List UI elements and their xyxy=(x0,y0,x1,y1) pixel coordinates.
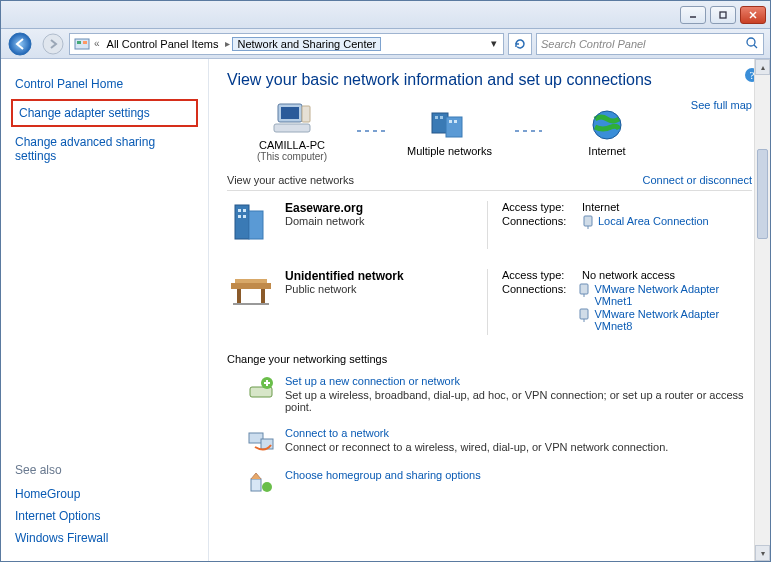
setting-homegroup-sharing: Choose homegroup and sharing options xyxy=(227,463,752,505)
svg-point-4 xyxy=(9,33,31,55)
nic-icon xyxy=(578,308,590,322)
sidebar-change-adapter-settings[interactable]: Change adapter settings xyxy=(11,99,198,127)
setting-desc: Connect or reconnect to a wireless, wire… xyxy=(285,441,668,453)
topology-line xyxy=(515,130,543,132)
network-row-easeware: Easeware.org Domain network Access type:… xyxy=(227,191,752,259)
maximize-button[interactable] xyxy=(710,6,736,24)
svg-rect-30 xyxy=(243,215,246,218)
breadcrumb-dropdown[interactable]: ▾ xyxy=(487,37,501,50)
sidebar-homegroup[interactable]: HomeGroup xyxy=(15,483,194,505)
breadcrumb-chevron[interactable]: « xyxy=(92,38,102,49)
svg-rect-33 xyxy=(231,283,271,289)
svg-rect-46 xyxy=(251,479,261,491)
setting-setup-connection-link[interactable]: Set up a new connection or network xyxy=(285,375,752,387)
vertical-scrollbar[interactable]: ▴ ▾ xyxy=(754,59,770,561)
svg-rect-38 xyxy=(580,284,588,294)
see-full-map-link[interactable]: See full map xyxy=(691,99,752,111)
svg-rect-16 xyxy=(302,106,310,122)
svg-point-5 xyxy=(43,34,63,54)
sidebar-control-panel-home[interactable]: Control Panel Home xyxy=(1,71,208,97)
svg-line-10 xyxy=(754,45,757,48)
search-icon xyxy=(745,36,759,52)
connection-link-vmnet1[interactable]: VMware Network Adapter VMnet1 xyxy=(594,283,752,307)
svg-rect-29 xyxy=(238,215,241,218)
svg-rect-31 xyxy=(584,216,592,226)
domain-network-icon xyxy=(227,201,275,249)
connect-disconnect-link[interactable]: Connect or disconnect xyxy=(643,174,752,186)
close-button[interactable] xyxy=(740,6,766,24)
setting-connect-network: Connect to a network Connect or reconnec… xyxy=(227,421,752,463)
breadcrumb-all-items[interactable]: All Control Panel Items xyxy=(102,37,224,51)
active-networks-heading: View your active networks xyxy=(227,174,354,186)
scroll-up-button[interactable]: ▴ xyxy=(755,59,770,75)
topo-pc-sublabel: (This computer) xyxy=(227,151,357,162)
topo-internet-label: Internet xyxy=(542,145,672,157)
public-network-icon xyxy=(227,269,275,317)
breadcrumb-network-sharing[interactable]: Network and Sharing Center xyxy=(232,37,381,51)
access-type-label: Access type: xyxy=(502,269,582,281)
svg-rect-26 xyxy=(249,211,263,239)
address-bar: « All Control Panel Items ▸ Network and … xyxy=(1,29,770,59)
svg-rect-7 xyxy=(77,41,81,44)
connections-label: Connections: xyxy=(502,215,582,230)
network-name: Easeware.org xyxy=(285,201,364,215)
scroll-thumb[interactable] xyxy=(757,149,768,239)
svg-rect-34 xyxy=(235,279,267,283)
sidebar-internet-options[interactable]: Internet Options xyxy=(15,505,194,527)
back-button[interactable] xyxy=(7,31,37,57)
access-type-value: Internet xyxy=(582,201,619,213)
sidebar: Control Panel Home Change adapter settin… xyxy=(1,59,209,561)
breadcrumb-chevron[interactable]: ▸ xyxy=(223,38,232,49)
svg-point-47 xyxy=(262,482,272,492)
svg-rect-14 xyxy=(281,107,299,119)
access-type-value: No network access xyxy=(582,269,675,281)
svg-rect-40 xyxy=(580,309,588,319)
sidebar-change-advanced-sharing[interactable]: Change advanced sharing settings xyxy=(1,129,208,169)
topo-multi-label: Multiple networks xyxy=(385,145,515,157)
connection-link-lac[interactable]: Local Area Connection xyxy=(598,215,709,227)
network-type: Public network xyxy=(285,283,404,295)
svg-rect-36 xyxy=(261,289,265,303)
svg-rect-28 xyxy=(243,209,246,212)
svg-rect-20 xyxy=(440,116,443,119)
connection-link-vmnet8[interactable]: VMware Network Adapter VMnet8 xyxy=(594,308,752,332)
network-topology: CAMILLA-PC (This computer) Multiple netw… xyxy=(227,99,672,162)
network-name: Unidentified network xyxy=(285,269,404,283)
svg-rect-37 xyxy=(233,303,269,305)
refresh-button[interactable] xyxy=(508,33,532,55)
breadcrumb[interactable]: « All Control Panel Items ▸ Network and … xyxy=(69,33,504,55)
setting-connect-network-link[interactable]: Connect to a network xyxy=(285,427,668,439)
multiple-networks-icon xyxy=(385,105,515,145)
network-type: Domain network xyxy=(285,215,364,227)
internet-icon xyxy=(542,105,672,145)
minimize-button[interactable] xyxy=(680,6,706,24)
setting-setup-connection: Set up a new connection or network Set u… xyxy=(227,369,752,421)
setup-connection-icon xyxy=(247,375,275,403)
sidebar-see-also-heading: See also xyxy=(15,463,194,483)
network-row-unidentified: Unidentified network Public network Acce… xyxy=(227,259,752,345)
connections-label: Connections: xyxy=(502,283,578,333)
nic-icon xyxy=(578,283,590,297)
svg-rect-25 xyxy=(235,205,249,239)
svg-rect-15 xyxy=(274,124,310,132)
forward-button[interactable] xyxy=(41,32,65,56)
networking-settings-heading: Change your networking settings xyxy=(227,345,752,369)
scroll-down-button[interactable]: ▾ xyxy=(755,545,770,561)
search-input[interactable]: Search Control Panel xyxy=(536,33,764,55)
svg-rect-19 xyxy=(435,116,438,119)
access-type-label: Access type: xyxy=(502,201,582,213)
svg-rect-1 xyxy=(720,12,726,18)
svg-rect-22 xyxy=(454,120,457,123)
window-titlebar xyxy=(1,1,770,29)
svg-point-9 xyxy=(747,38,755,46)
page-title: View your basic network information and … xyxy=(227,71,752,89)
computer-icon xyxy=(227,99,357,139)
svg-rect-27 xyxy=(238,209,241,212)
homegroup-icon xyxy=(247,469,275,497)
svg-rect-35 xyxy=(237,289,241,303)
sidebar-windows-firewall[interactable]: Windows Firewall xyxy=(15,527,194,549)
svg-rect-21 xyxy=(449,120,452,123)
main-panel: ? View your basic network information an… xyxy=(209,59,770,561)
nic-icon xyxy=(582,215,594,229)
setting-homegroup-link[interactable]: Choose homegroup and sharing options xyxy=(285,469,481,481)
